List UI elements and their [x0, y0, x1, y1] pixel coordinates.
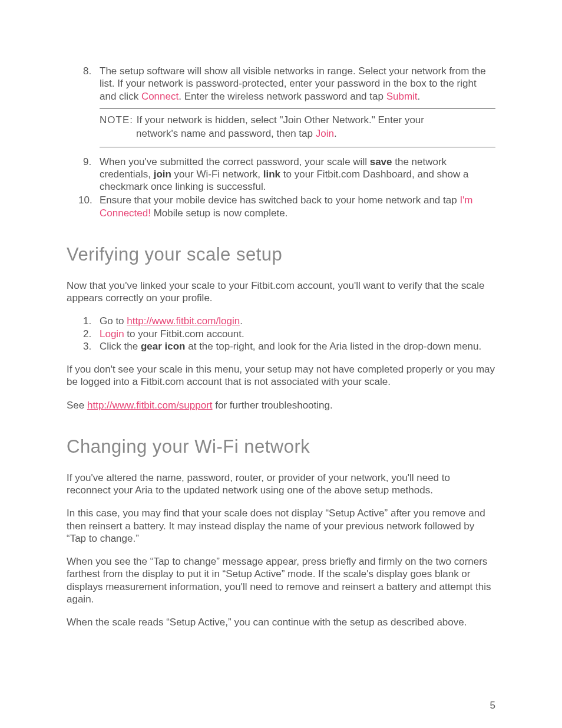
note-text: . [334, 128, 337, 139]
step-number: 3. [83, 340, 91, 353]
join-action: Join [316, 128, 334, 139]
step-8: 8. The setup software will show all visi… [83, 65, 495, 103]
setup-steps-continued-2: 9. When you've submitted the correct pas… [83, 156, 495, 219]
step-text: When you've submitted the correct passwo… [100, 156, 370, 167]
note-label: NOTE: [100, 114, 137, 126]
text: for further troubleshooting. [213, 400, 333, 411]
setup-steps-continued: 8. The setup software will show all visi… [83, 65, 495, 103]
step-text: Ensure that your mobile device has switc… [100, 195, 459, 206]
verify-support: See http://www.fitbit.com/support for fu… [67, 399, 495, 411]
step-text: . [418, 91, 421, 102]
step-number: 8. [83, 65, 91, 77]
connect-action: Connect [141, 91, 178, 102]
join-bold: join [154, 169, 171, 180]
heading-wifi: Changing your Wi-Fi network [67, 436, 495, 457]
login-action: Login [100, 328, 124, 340]
wifi-p1: If you've altered the name, password, ro… [67, 472, 495, 497]
step-9: 9. When you've submitted the correct pas… [83, 156, 495, 193]
support-url-link[interactable]: http://www.fitbit.com/support [87, 400, 213, 411]
verify-step-3: 3. Click the gear icon at the top-right,… [83, 340, 495, 353]
wifi-p4: When the scale reads “Setup Active,” you… [67, 616, 495, 628]
note-text: If your network is hidden, select "Join … [137, 114, 424, 126]
verify-steps: 1. Go to http://www.fitbit.com/login. 2.… [83, 315, 495, 353]
step-text: Click the [100, 341, 141, 352]
step-number: 9. [83, 156, 91, 168]
login-url-link[interactable]: http://www.fitbit.com/login [127, 315, 240, 327]
verify-step-2: 2. Login to your Fitbit.com account. [83, 328, 495, 340]
save-bold: save [370, 156, 392, 167]
step-10: 10. Ensure that your mobile device has s… [83, 194, 495, 219]
page-number: 5 [490, 700, 495, 711]
step-number: 10. [78, 194, 92, 206]
step-text: to your Fitbit.com account. [124, 328, 244, 340]
step-text: Go to [100, 315, 127, 327]
wifi-p3: When you see the “Tap to change” message… [67, 555, 495, 605]
step-text: . Enter the wireless network password an… [178, 91, 386, 102]
step-text: . [240, 315, 243, 327]
heading-verify: Verifying your scale setup [67, 244, 495, 265]
note-callout: NOTE: If your network is hidden, select … [100, 108, 495, 147]
step-text: your Wi-Fi network, [171, 169, 263, 180]
submit-action: Submit [386, 91, 418, 102]
wifi-p2: In this case, you may find that your sca… [67, 507, 495, 545]
step-number: 1. [83, 315, 91, 327]
note-text: network's name and password, then tap [136, 128, 316, 139]
gear-icon-bold: gear icon [141, 341, 186, 352]
document-page: 8. The setup software will show all visi… [0, 0, 562, 628]
verify-step-1: 1. Go to http://www.fitbit.com/login. [83, 315, 495, 327]
text: See [67, 400, 87, 411]
verify-not-found: If you don't see your scale in this menu… [67, 363, 495, 388]
step-text: at the top-right, and look for the Aria … [186, 341, 482, 352]
step-text: Mobile setup is now complete. [151, 207, 287, 219]
link-bold: link [263, 169, 280, 180]
verify-intro: Now that you've linked your scale to you… [67, 279, 495, 305]
step-number: 2. [83, 328, 91, 340]
